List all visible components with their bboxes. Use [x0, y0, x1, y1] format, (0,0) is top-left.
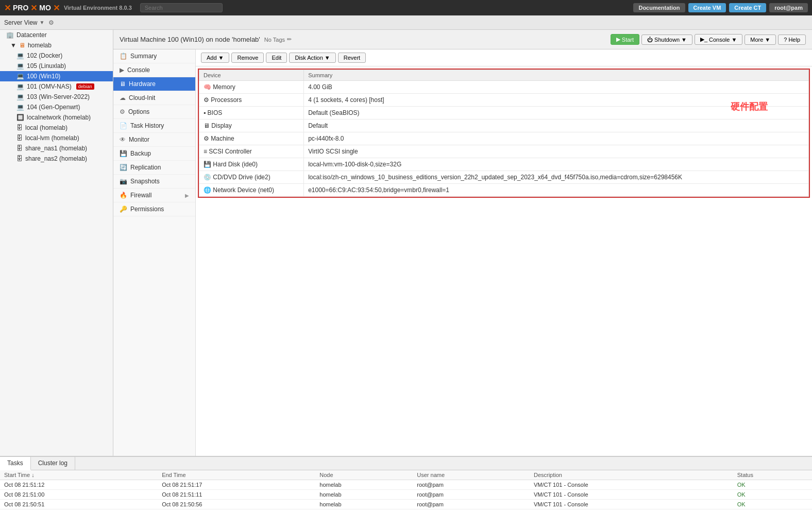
main-wrapper: Server View ▼ ⚙ 🏢 Datacenter ▼ 🖥 homelab…: [0, 15, 812, 528]
replication-icon: 🔄: [120, 164, 127, 171]
sidebar-item-label: share_nas1 (homelab): [25, 145, 87, 152]
tags-label: No Tags: [264, 37, 285, 43]
vm-icon: 💻: [16, 93, 24, 100]
nav-item-snapshots[interactable]: 📷 Snapshots: [113, 175, 195, 189]
options-icon: ⚙: [120, 108, 125, 115]
nav-item-replication[interactable]: 🔄 Replication: [113, 161, 195, 175]
nav-label: Hardware: [129, 80, 156, 88]
nav-item-cloudinit[interactable]: ☁ Cloud-Init: [113, 91, 195, 105]
nav-item-options[interactable]: ⚙ Options: [113, 105, 195, 119]
hw-table: Device Summary 🧠 Memory 4.00 GiB ⚙ Proce…: [199, 70, 809, 197]
sidebar-item-105[interactable]: 💻 105 (Linuxlab): [0, 61, 113, 71]
vm-icon: 💻: [16, 62, 24, 70]
table-row[interactable]: 🧠 Memory 4.00 GiB: [199, 81, 809, 94]
node-cell: homelab: [315, 490, 413, 500]
header-actions: ▶ Start ⏻ Shutdown ▼ ▶_ Console ▼ More: [611, 34, 806, 45]
device-cell: 💿 CD/DVD Drive (ide2): [199, 171, 304, 184]
vm-header: Virtual Machine 100 (Win10) on node 'hom…: [113, 30, 812, 49]
device-icon: 🧠: [204, 83, 211, 91]
permissions-icon: 🔑: [120, 206, 127, 213]
shutdown-icon: ⏻: [647, 37, 653, 43]
nav-item-backup[interactable]: 💾 Backup: [113, 147, 195, 161]
sidebar-item-sharenas1[interactable]: 🗄 share_nas1 (homelab): [0, 143, 113, 154]
create-ct-button[interactable]: Create CT: [729, 3, 766, 12]
value-cell: e1000=66:C9:AC:93:54:50,bridge=vmbr0,fir…: [304, 184, 809, 197]
user-button[interactable]: root@pam: [769, 3, 808, 12]
documentation-button[interactable]: Documentation: [633, 3, 685, 12]
device-cell: ▪ BIOS: [199, 107, 304, 120]
sidebar-item-localnetwork[interactable]: 🔲 localnetwork (homelab): [0, 112, 113, 123]
end-time-cell: Oct 08 21:51:11: [158, 490, 315, 500]
sidebar-item-label: localnetwork (homelab): [27, 114, 91, 121]
sidebar-item-sharenas2[interactable]: 🗄 share_nas2 (homelab): [0, 154, 113, 164]
col-starttime: Start Time ↓: [0, 470, 158, 480]
value-cell: 4.00 GiB: [304, 81, 809, 94]
value-cell: Default (SeaBIOS): [304, 107, 809, 120]
nav-item-permissions[interactable]: 🔑 Permissions: [113, 202, 195, 216]
nav-item-taskhistory[interactable]: 📄 Task History: [113, 119, 195, 133]
nav-item-summary[interactable]: 📋 Summary: [113, 49, 195, 63]
sidebar-item-label: homelab: [28, 42, 52, 49]
search-input[interactable]: [140, 3, 223, 12]
sidebar-item-homelab[interactable]: ▼ 🖥 homelab: [0, 40, 113, 50]
start-button[interactable]: ▶ Start: [611, 34, 639, 45]
sidebar-item-label: share_nas2 (homelab): [25, 155, 87, 162]
table-row: Oct 08 21:51:00 Oct 08 21:51:11 homelab …: [0, 490, 812, 500]
sidebar-item-local[interactable]: 🗄 local (homelab): [0, 123, 113, 133]
value-cell: local:iso/zh-cn_windows_10_business_edit…: [304, 171, 809, 184]
col-username: User name: [413, 470, 530, 480]
create-vm-button[interactable]: Create VM: [688, 3, 726, 12]
revert-button[interactable]: Revert: [338, 53, 366, 63]
sidebar-item-locallvm[interactable]: 🗄 local-lvm (homelab): [0, 133, 113, 143]
remove-button[interactable]: Remove: [231, 53, 264, 63]
sidebar-item-100[interactable]: 💻 100 (Win10): [0, 71, 113, 81]
more-button[interactable]: More ▼: [745, 35, 776, 45]
vm-icon: 💻: [16, 73, 24, 80]
nav-label: Summary: [130, 53, 157, 60]
sidebar-item-103[interactable]: 💻 103 (Win-Server-2022): [0, 92, 113, 102]
help-button[interactable]: ? Help: [778, 35, 806, 45]
table-row[interactable]: ▪ BIOS Default (SeaBIOS): [199, 107, 809, 120]
diskaction-button[interactable]: Disk Action ▼: [289, 53, 335, 63]
desc-cell: VM/CT 101 - Console: [530, 480, 733, 490]
nav-label: Firewall: [130, 192, 151, 199]
table-row[interactable]: 💾 Hard Disk (ide0) local-lvm:vm-100-disk…: [199, 158, 809, 171]
table-row[interactable]: ⚙ Processors 4 (1 sockets, 4 cores) [hos…: [199, 94, 809, 107]
edit-button[interactable]: Edit: [266, 53, 287, 63]
table-row[interactable]: ⚙ Machine pc-i440fx-8.0: [199, 132, 809, 145]
serverview-gear-icon[interactable]: ⚙: [48, 19, 54, 26]
sidebar-item-102[interactable]: 💻 102 (Docker): [0, 50, 113, 61]
summary-icon: 📋: [120, 53, 127, 60]
table-row[interactable]: 💿 CD/DVD Drive (ide2) local:iso/zh-cn_wi…: [199, 171, 809, 184]
sidebar-item-104[interactable]: 💻 104 (Gen-Openwrt): [0, 102, 113, 112]
table-row[interactable]: 🌐 Network Device (net0) e1000=66:C9:AC:9…: [199, 184, 809, 197]
add-button[interactable]: Add ▼: [201, 53, 229, 63]
device-cell: ⚙ Processors: [199, 94, 304, 107]
vm-icon: 💻: [16, 52, 24, 59]
col-endtime: End Time: [158, 470, 315, 480]
tab-clusterlog[interactable]: Cluster log: [31, 457, 75, 470]
hw-toolbar: Add ▼ Remove Edit Disk Action ▼ Revert: [196, 49, 812, 66]
help-icon: ?: [784, 37, 787, 43]
value-cell: 4 (1 sockets, 4 cores) [host]: [304, 94, 809, 107]
nav-item-hardware[interactable]: 🖥 Hardware: [113, 77, 195, 91]
sidebar-item-101[interactable]: 💻 101 (OMV-NAS) debian: [0, 81, 113, 92]
console-button[interactable]: ▶_ Console ▼: [695, 34, 742, 45]
nav-item-monitor[interactable]: 👁 Monitor: [113, 133, 195, 147]
table-row[interactable]: 🖥 Display Default: [199, 120, 809, 132]
monitor-icon: 👁: [120, 136, 126, 143]
debian-badge: debian: [76, 83, 94, 90]
edit-tags-icon[interactable]: ✏: [287, 36, 292, 43]
nav-item-console[interactable]: ▶ Console: [113, 63, 195, 77]
console-icon: ▶_: [700, 36, 707, 43]
shutdown-button[interactable]: ⏻ Shutdown ▼: [641, 35, 692, 45]
tab-tasks[interactable]: Tasks: [0, 457, 31, 470]
value-cell: Default: [304, 120, 809, 132]
device-icon: 💾: [204, 161, 211, 168]
end-time-cell: Oct 08 21:50:56: [158, 500, 315, 509]
sidebar-item-datacenter[interactable]: 🏢 Datacenter: [0, 30, 113, 40]
table-row[interactable]: ≡ SCSI Controller VirtIO SCSI single: [199, 145, 809, 158]
nav-item-firewall[interactable]: 🔥 Firewall ▶: [113, 189, 195, 202]
firewall-arrow-icon: ▶: [185, 193, 189, 198]
end-time-cell: Oct 08 21:51:17: [158, 480, 315, 490]
